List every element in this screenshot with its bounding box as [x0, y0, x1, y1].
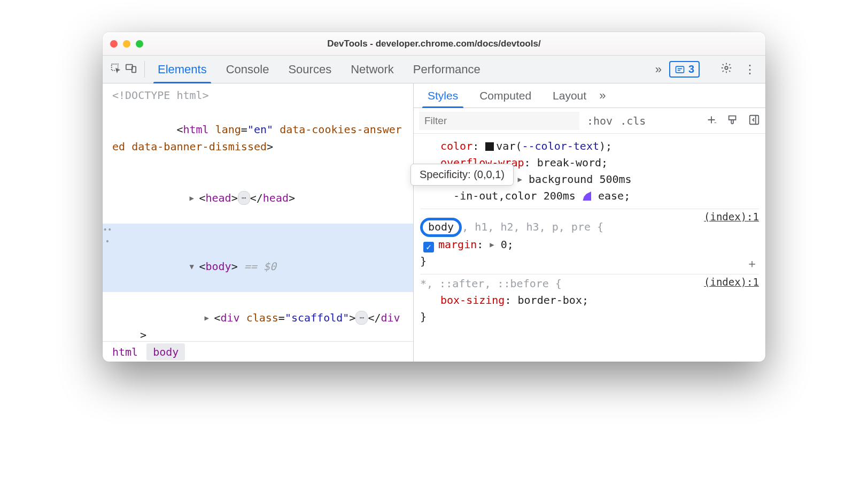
dom-div-scaffold[interactable]: ▶<div class="scaffold">⋯</div>	[103, 292, 413, 341]
styles-filter-input[interactable]	[419, 112, 579, 130]
color-swatch-icon[interactable]	[485, 142, 494, 151]
window-title: DevTools - developer.chrome.com/docs/dev…	[103, 39, 765, 49]
issues-badge[interactable]: 3	[669, 61, 700, 78]
device-toolbar-icon[interactable]	[125, 63, 137, 76]
crumb-body[interactable]: body	[146, 343, 185, 361]
svg-rect-5	[750, 115, 759, 124]
ellipsis-pill[interactable]: ⋯	[238, 191, 250, 205]
new-style-rule-icon[interactable]	[706, 114, 717, 128]
styles-filterbar: :hov .cls	[414, 108, 765, 134]
tab-console[interactable]: Console	[216, 56, 279, 83]
dom-tree[interactable]: <!DOCTYPE html> <html lang="en" data-coo…	[103, 83, 413, 341]
highlighted-selector[interactable]: body	[420, 218, 462, 237]
titlebar: DevTools - developer.chrome.com/docs/dev…	[103, 32, 765, 56]
prop-overflow-wrap-value[interactable]: break-word;	[537, 156, 608, 169]
collapse-triangle-icon[interactable]: ▼	[189, 261, 197, 272]
expand-triangle-icon[interactable]: ▶	[189, 192, 197, 204]
more-subtabs-icon[interactable]: »	[597, 89, 608, 103]
svg-point-4	[725, 66, 728, 70]
paint-brush-icon[interactable]	[727, 114, 739, 128]
tab-sources[interactable]: Sources	[278, 56, 341, 83]
prop-transition-value-b[interactable]: -in-out,color 200ms	[453, 189, 582, 202]
devtools-window: DevTools - developer.chrome.com/docs/dev…	[103, 32, 765, 362]
selector-rest[interactable]: , h1, h2, h3, p, pre {	[462, 220, 603, 233]
rule-origin-link[interactable]: (index):1	[704, 209, 759, 225]
add-property-icon[interactable]: ＋	[746, 255, 758, 273]
tab-elements[interactable]: Elements	[148, 56, 216, 83]
svg-rect-3	[676, 66, 684, 73]
dom-head[interactable]: ▶<head>⋯</head>	[103, 172, 413, 224]
cls-toggle[interactable]: .cls	[620, 114, 646, 127]
expand-triangle-icon[interactable]: ▶	[204, 312, 212, 324]
subtab-styles[interactable]: Styles	[417, 83, 469, 108]
issues-count: 3	[688, 63, 694, 75]
hov-toggle[interactable]: :hov	[587, 114, 613, 127]
subtab-computed[interactable]: Computed	[469, 83, 542, 108]
main-toolbar: Elements Console Sources Network Perform…	[103, 56, 765, 83]
toolbar-divider	[144, 61, 145, 78]
style-rule-3[interactable]: (index):1 *, ::after, ::before { box-siz…	[420, 274, 759, 330]
more-tabs-icon[interactable]: »	[653, 63, 664, 76]
rule-close-brace: }	[420, 309, 759, 325]
rule-origin-link[interactable]: (index):1	[704, 274, 759, 290]
dom-body-selected[interactable]: ••• ▼<body> == $0	[103, 224, 413, 292]
prop-margin-value[interactable]: 0;	[501, 238, 514, 251]
selected-gutter-icon: •••	[103, 224, 112, 292]
prop-transition-value-a[interactable]: background 500ms	[529, 173, 632, 186]
styles-panel: Styles Computed Layout » :hov .cls	[414, 83, 765, 362]
prop-margin-name[interactable]: margin	[438, 238, 477, 251]
style-rule-2[interactable]: (index):1 body , h1, h2, h3, p, pre { ✓m…	[420, 209, 759, 274]
computed-sidebar-toggle-icon[interactable]	[748, 114, 760, 128]
tab-network[interactable]: Network	[341, 56, 404, 83]
sidebar-tabs: Styles Computed Layout »	[414, 83, 765, 108]
dollar-zero-label: == $0	[244, 260, 276, 273]
cubic-bezier-icon[interactable]	[582, 191, 592, 201]
settings-gear-icon[interactable]	[717, 62, 735, 77]
tab-performance[interactable]: Performance	[404, 56, 490, 83]
ellipsis-pill[interactable]: ⋯	[355, 311, 368, 325]
property-enabled-checkbox[interactable]: ✓	[423, 242, 434, 252]
kebab-menu-icon[interactable]: ⋮	[741, 63, 759, 76]
css-var-name[interactable]: --color-text	[522, 140, 599, 152]
specificity-tooltip: Specificity: (0,0,1)	[410, 164, 514, 186]
prop-box-sizing-value[interactable]: border-box;	[518, 294, 588, 307]
dom-doctype[interactable]: <!DOCTYPE html>	[103, 87, 413, 104]
crumb-html[interactable]: html	[106, 343, 144, 361]
prop-color-name[interactable]: color	[440, 140, 472, 152]
elements-panel: <!DOCTYPE html> <html lang="en" data-coo…	[103, 83, 414, 362]
subtab-layout[interactable]: Layout	[542, 83, 597, 108]
inspect-element-icon[interactable]	[110, 63, 122, 76]
prop-transition-value-c[interactable]: ease;	[598, 189, 630, 202]
selector-universal[interactable]: *, ::after, ::before {	[420, 277, 562, 290]
prop-box-sizing-name[interactable]: box-sizing	[440, 294, 505, 307]
expand-triangle-icon[interactable]: ▶	[518, 174, 522, 186]
expand-triangle-icon[interactable]: ▶	[490, 239, 494, 251]
dom-html-open[interactable]: <html lang="en" data-cookies-answered da…	[103, 104, 413, 172]
breadcrumb: html body	[103, 341, 413, 362]
rule-close-brace: }	[420, 253, 759, 270]
